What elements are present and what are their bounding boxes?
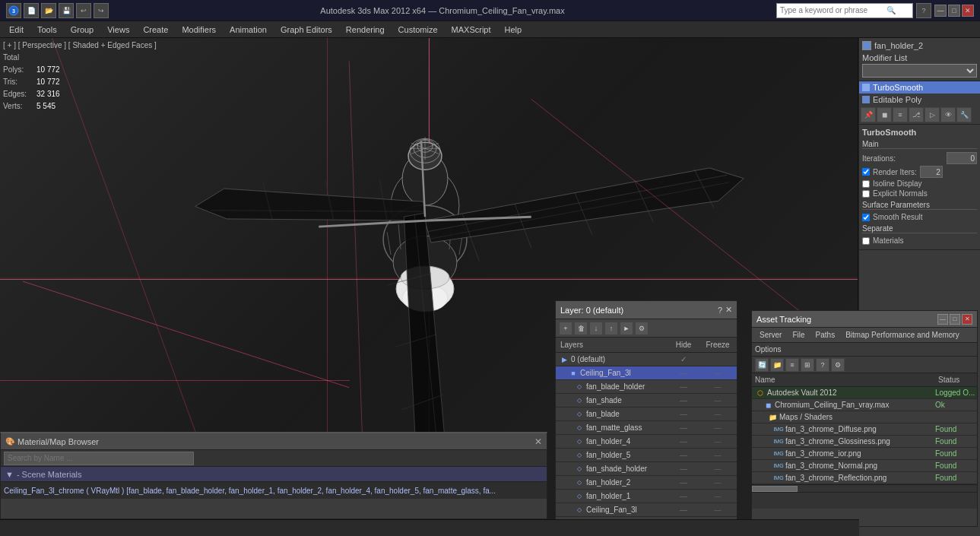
- list-item[interactable]: ◇ fan_shade_holder — —: [556, 462, 737, 476]
- list-item[interactable]: ◇ fan_blade — —: [556, 408, 737, 421]
- list-item[interactable]: ▶ 0 (default) ✓: [556, 353, 737, 366]
- menu-rendering[interactable]: Rendering: [340, 24, 391, 36]
- layers-panel: Layer: 0 (default) ? ✕ + 🗑 ↓ ↑ ► ⚙ Layer…: [555, 300, 737, 536]
- layers-select-btn[interactable]: ↑: [604, 322, 618, 335]
- menu-views[interactable]: Views: [101, 24, 135, 36]
- list-item[interactable]: 📁 Maps / Shaders: [752, 411, 977, 423]
- rp-icon-hier[interactable]: ⎇: [909, 107, 924, 122]
- close-btn[interactable]: ✕: [962, 5, 974, 17]
- undo-icon[interactable]: ↩: [76, 3, 91, 18]
- modifier-dropdown[interactable]: [862, 64, 977, 78]
- minimize-btn[interactable]: —: [934, 5, 947, 17]
- menu-modifiers[interactable]: Modifiers: [176, 24, 222, 36]
- modifier-turbosmooth[interactable]: TurboSmooth: [859, 81, 980, 94]
- asset-list-btn[interactable]: ≡: [785, 358, 799, 372]
- mat-close-btn[interactable]: ✕: [534, 436, 542, 447]
- list-item[interactable]: ◇ fan_shade — —: [556, 394, 737, 408]
- asset-panel: Asset Tracking — □ ✕ Server File Paths B…: [751, 310, 978, 527]
- list-item[interactable]: ◇ fan_holder_4 — —: [556, 435, 737, 449]
- rp-icon-display[interactable]: 👁: [940, 107, 956, 122]
- menu-tools[interactable]: Tools: [31, 24, 63, 36]
- list-item[interactable]: ◇ fan_holder_5 — —: [556, 449, 737, 462]
- asset-refresh-btn[interactable]: 🔄: [755, 358, 769, 372]
- asset-grid-btn[interactable]: ⊞: [801, 358, 814, 372]
- rp-icon-motion[interactable]: ▷: [924, 107, 940, 122]
- layers-delete-btn[interactable]: 🗑: [574, 322, 588, 335]
- list-item[interactable]: ⬡ Autodesk Vault 2012 Logged O...: [752, 387, 977, 399]
- list-item[interactable]: ◇ fan_matte_glass — —: [556, 421, 737, 435]
- list-item[interactable]: ◇ fan_holder_1 — —: [556, 490, 737, 503]
- asset-extra-btn[interactable]: ?: [816, 358, 829, 372]
- list-item[interactable]: IMG fan_3_chrome_ior.png Found: [752, 448, 977, 460]
- help-icon[interactable]: ?: [916, 3, 931, 18]
- layers-set-current-btn[interactable]: ►: [620, 322, 633, 335]
- asset-menu-paths[interactable]: Paths: [811, 330, 840, 340]
- asset-close-btn[interactable]: ✕: [962, 314, 972, 325]
- open-icon[interactable]: 📂: [41, 3, 56, 18]
- mat-browser-header[interactable]: 🎨 Material/Map Browser ✕: [1, 433, 547, 450]
- list-item[interactable]: ■ Ceiling_Fan_3l — —: [556, 366, 737, 380]
- isoline-checkbox[interactable]: [862, 180, 870, 188]
- list-item[interactable]: IMG fan_3_chrome_Reflection.png Found: [752, 472, 977, 484]
- app-logo: 3: [6, 3, 21, 18]
- menu-maxscript[interactable]: MAXScript: [446, 24, 497, 36]
- asset-menu-file[interactable]: File: [788, 330, 809, 340]
- smooth-result-checkbox[interactable]: [862, 214, 870, 221]
- list-item[interactable]: IMG fan_3_chrome_Glossiness.png Found: [752, 436, 977, 448]
- list-item[interactable]: IMG fan_3_chrome_Diffuse.png Found: [752, 423, 977, 436]
- render-iters-input[interactable]: [920, 166, 943, 178]
- asset-menu-bitmap[interactable]: Bitmap Performance and Memory: [841, 330, 964, 340]
- render-iters-checkbox[interactable]: [862, 168, 870, 176]
- search-input[interactable]: [780, 6, 886, 14]
- title-bar: 3 📄 📂 💾 ↩ ↪ Autodesk 3ds Max 2012 x64 — …: [0, 0, 980, 21]
- menu-edit[interactable]: Edit: [3, 24, 30, 36]
- list-item[interactable]: ◇ Ceiling_Fan_3l — —: [556, 503, 737, 517]
- layers-settings-btn[interactable]: ⚙: [635, 322, 649, 335]
- asset-maximize-btn[interactable]: □: [950, 314, 960, 325]
- layer-icon: ◇: [574, 409, 585, 420]
- list-item[interactable]: IMG fan_3_chrome_Normal.png Found: [752, 460, 977, 472]
- layers-toolbar: + 🗑 ↓ ↑ ► ⚙: [556, 319, 737, 338]
- rp-icon-pin[interactable]: 📌: [861, 107, 876, 122]
- vault-icon: ⬡: [755, 388, 766, 398]
- asset-menu-server[interactable]: Server: [755, 330, 786, 340]
- menu-help[interactable]: Help: [499, 24, 528, 36]
- asset-scrollthumb-h[interactable]: [752, 486, 798, 492]
- redo-icon[interactable]: ↪: [94, 3, 109, 18]
- menu-graph-editors[interactable]: Graph Editors: [274, 24, 338, 36]
- layer-icon: ◇: [574, 423, 585, 433]
- layers-close[interactable]: ✕: [725, 305, 732, 315]
- maximize-btn[interactable]: □: [948, 5, 960, 17]
- list-item[interactable]: ◇ fan_holder_2 — —: [556, 476, 737, 490]
- asset-list: ⬡ Autodesk Vault 2012 Logged O... ◼ Chro…: [752, 387, 977, 484]
- asset-minimize-btn[interactable]: —: [937, 314, 948, 325]
- layers-header[interactable]: Layer: 0 (default) ? ✕: [556, 301, 737, 319]
- menu-customize[interactable]: Customize: [392, 24, 444, 36]
- mat-section-header[interactable]: ▼ - Scene Materials: [1, 467, 547, 482]
- rp-icon-mod[interactable]: ≡: [893, 107, 908, 122]
- layers-new-btn[interactable]: +: [559, 322, 572, 335]
- asset-folder-btn[interactable]: 📁: [770, 358, 784, 372]
- layers-add-selection-btn[interactable]: ↓: [589, 322, 603, 335]
- materials-checkbox[interactable]: [862, 237, 870, 245]
- asset-settings-btn[interactable]: ⚙: [831, 358, 845, 372]
- layers-question[interactable]: ?: [718, 306, 722, 315]
- menu-animation[interactable]: Animation: [224, 24, 273, 36]
- new-icon[interactable]: 📄: [24, 3, 39, 18]
- window-title: Autodesk 3ds Max 2012 x64 — Chromium_Cei…: [109, 6, 776, 15]
- explicit-normals-checkbox[interactable]: [862, 190, 870, 198]
- menu-create[interactable]: Create: [137, 24, 174, 36]
- iterations-input[interactable]: [947, 152, 977, 164]
- modifier-editable-poly[interactable]: Editable Poly: [859, 94, 980, 106]
- rp-icon-obj[interactable]: ◼: [877, 107, 892, 122]
- save-icon[interactable]: 💾: [59, 3, 74, 18]
- menu-group[interactable]: Group: [65, 24, 100, 36]
- asset-scrollbar-h[interactable]: [752, 484, 977, 492]
- obj-name: fan_holder_2: [874, 41, 923, 50]
- asset-header[interactable]: Asset Tracking — □ ✕: [752, 311, 977, 328]
- search-bar[interactable]: 🔍: [776, 3, 913, 18]
- list-item[interactable]: ◼ Chromium_Ceiling_Fan_vray.max Ok: [752, 399, 977, 411]
- rp-icon-util[interactable]: 🔧: [956, 107, 972, 122]
- mat-search-input[interactable]: [4, 452, 194, 465]
- list-item[interactable]: ◇ fan_blade_holder — —: [556, 380, 737, 394]
